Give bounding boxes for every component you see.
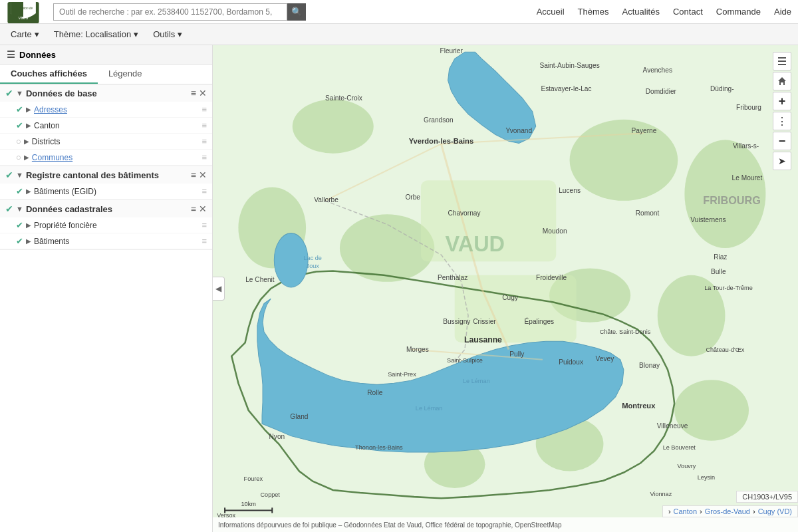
item-chevron-communes[interactable]: ▶ bbox=[24, 154, 29, 161]
item-drag-propriete[interactable]: ≡ bbox=[201, 220, 207, 230]
outils-label: Outils bbox=[153, 29, 175, 39]
item-check-adresses[interactable]: ✔ bbox=[16, 104, 23, 114]
item-chevron-batiments-egid[interactable]: ▶ bbox=[26, 188, 31, 195]
map-btn-location[interactable]: ➤ bbox=[773, 152, 791, 170]
layer-item-propriete: ✔ ▶ Propriété foncière ≡ bbox=[0, 217, 212, 233]
layer-item-communes: ○ ▶ Communes ≡ bbox=[0, 150, 212, 166]
svg-text:Vallorbe: Vallorbe bbox=[314, 196, 338, 203]
item-chevron-adresses[interactable]: ▶ bbox=[26, 106, 31, 113]
group-title-1: Données de base bbox=[26, 88, 188, 98]
svg-text:Yvonand: Yvonand bbox=[506, 127, 533, 134]
map-btn-layers[interactable] bbox=[773, 52, 791, 70]
group-chevron-1[interactable]: ▼ bbox=[16, 89, 23, 97]
svg-text:FRIBOURG: FRIBOURG bbox=[703, 194, 761, 206]
item-drag-districts[interactable]: ≡ bbox=[201, 136, 207, 146]
group-close-2[interactable]: ✕ bbox=[199, 170, 207, 180]
svg-text:Le Léman: Le Léman bbox=[463, 378, 490, 384]
svg-text:Joux: Joux bbox=[307, 263, 320, 270]
search-button[interactable]: 🔍 bbox=[287, 3, 306, 21]
item-check-batiments[interactable]: ✔ bbox=[16, 236, 23, 246]
breadcrumb-sep-2: › bbox=[700, 507, 702, 515]
top-navigation: vaud canton de 🔍 Accueil Thèmes Actualit… bbox=[0, 0, 798, 24]
item-label-canton[interactable]: Canton bbox=[34, 121, 199, 130]
group-check-icon-2[interactable]: ✔ bbox=[5, 170, 13, 180]
svg-text:Villeneuve: Villeneuve bbox=[657, 422, 688, 430]
item-label-batiments[interactable]: Bâtiments bbox=[34, 237, 199, 246]
outils-dropdown[interactable]: Outils ▾ bbox=[149, 28, 186, 41]
map-btn-zoom-out[interactable]: − bbox=[773, 132, 791, 150]
breadcrumb-cugy[interactable]: Cugy (VD) bbox=[758, 507, 792, 515]
item-drag-batiments-egid[interactable]: ≡ bbox=[201, 186, 207, 196]
theme-dropdown[interactable]: Thème: Localisation ▾ bbox=[50, 28, 142, 41]
breadcrumb-sep-1: › bbox=[668, 507, 671, 515]
tab-legende[interactable]: Légende bbox=[98, 65, 153, 84]
group-drag-2[interactable]: ≡ bbox=[191, 170, 196, 180]
group-drag-3[interactable]: ≡ bbox=[191, 203, 196, 214]
nav-commande[interactable]: Commande bbox=[716, 7, 761, 17]
item-chevron-districts[interactable]: ▶ bbox=[24, 138, 29, 145]
item-check-communes[interactable]: ○ bbox=[16, 152, 21, 162]
item-check-batiments-egid[interactable]: ✔ bbox=[16, 186, 23, 196]
svg-text:Leysin: Leysin bbox=[698, 474, 715, 481]
svg-point-8 bbox=[570, 120, 678, 201]
item-chevron-propriete[interactable]: ▶ bbox=[26, 221, 31, 229]
carte-dropdown[interactable]: Carte ▾ bbox=[7, 28, 43, 41]
group-chevron-3[interactable]: ▼ bbox=[16, 205, 23, 213]
svg-text:Morges: Morges bbox=[406, 346, 429, 353]
item-drag-adresses[interactable]: ≡ bbox=[201, 104, 207, 114]
group-chevron-2[interactable]: ▼ bbox=[16, 171, 23, 179]
item-drag-canton[interactable]: ≡ bbox=[201, 120, 207, 130]
collapse-sidebar-button[interactable]: ◀ bbox=[213, 277, 225, 301]
item-label-adresses[interactable]: Adresses bbox=[34, 105, 199, 114]
svg-text:Épalinges: Épalinges bbox=[525, 317, 555, 325]
group-drag-1[interactable]: ≡ bbox=[191, 88, 196, 98]
map-attribution: Informations dépourvues de foi publique … bbox=[213, 517, 798, 532]
item-check-districts[interactable]: ○ bbox=[16, 136, 21, 146]
group-close-1[interactable]: ✕ bbox=[199, 88, 207, 98]
group-check-icon-3[interactable]: ✔ bbox=[5, 203, 13, 214]
nav-themes[interactable]: Thèmes bbox=[578, 7, 609, 17]
breadcrumb-canton[interactable]: Canton bbox=[674, 507, 697, 515]
item-label-propriete[interactable]: Propriété foncière bbox=[34, 221, 199, 230]
svg-text:Vionnaz: Vionnaz bbox=[650, 491, 672, 497]
logo[interactable]: vaud canton de bbox=[7, 1, 43, 23]
item-check-propriete[interactable]: ✔ bbox=[16, 220, 23, 230]
carte-label: Carte bbox=[11, 29, 32, 39]
group-check-icon-1[interactable]: ✔ bbox=[5, 88, 13, 98]
map-breadcrumb: › Canton › Gros-de-Vaud › Cugy (VD) bbox=[662, 505, 798, 517]
item-label-communes[interactable]: Communes bbox=[32, 153, 200, 162]
svg-text:Domdidier: Domdidier bbox=[646, 88, 677, 95]
svg-text:Sainte-Croix: Sainte-Croix bbox=[325, 94, 362, 102]
item-drag-communes[interactable]: ≡ bbox=[201, 152, 207, 162]
main-layout: ☰ Données Couches affichées Légende ✔ ▼ … bbox=[0, 45, 798, 532]
map-btn-zoom-in[interactable]: + bbox=[773, 92, 791, 110]
item-drag-batiments[interactable]: ≡ bbox=[201, 236, 207, 246]
svg-text:Saint-Aubin-Sauges: Saint-Aubin-Sauges bbox=[539, 62, 599, 69]
nav-accueil[interactable]: Accueil bbox=[537, 7, 565, 17]
outils-chevron: ▾ bbox=[178, 29, 182, 39]
item-label-batiments-egid[interactable]: Bâtiments (EGID) bbox=[34, 187, 199, 196]
item-chevron-batiments[interactable]: ▶ bbox=[26, 237, 31, 245]
map-area[interactable]: VAUD FRIBOURG Fleurier Saint-Aubin-Sauge… bbox=[213, 45, 798, 532]
layer-group-donnees-de-base: ✔ ▼ Données de base ≡ ✕ ✔ ▶ Adresses ≡ ✔… bbox=[0, 84, 212, 166]
group-title-3: Données cadastrales bbox=[26, 204, 188, 214]
breadcrumb-gros-de-vaud[interactable]: Gros-de-Vaud bbox=[705, 507, 750, 515]
nav-actualites[interactable]: Actualités bbox=[622, 7, 660, 17]
nav-aide[interactable]: Aide bbox=[774, 7, 791, 17]
group-close-3[interactable]: ✕ bbox=[199, 203, 207, 214]
item-label-districts[interactable]: Districts bbox=[32, 137, 200, 146]
svg-text:Blonay: Blonay bbox=[639, 362, 660, 369]
item-chevron-canton[interactable]: ▶ bbox=[26, 122, 31, 129]
svg-text:Chavornay: Chavornay bbox=[448, 209, 481, 217]
svg-text:Vevey: Vevey bbox=[596, 355, 615, 362]
item-check-canton[interactable]: ✔ bbox=[16, 120, 23, 130]
svg-text:Düding-: Düding- bbox=[710, 85, 734, 92]
nav-contact[interactable]: Contact bbox=[673, 7, 703, 17]
svg-text:Lausanne: Lausanne bbox=[464, 335, 502, 344]
map-btn-options[interactable]: ⋮ bbox=[773, 112, 791, 130]
map-btn-home[interactable] bbox=[773, 72, 791, 90]
search-input[interactable] bbox=[53, 3, 287, 21]
attribution-text: Informations dépourvues de foi publique … bbox=[218, 521, 562, 529]
tab-couches-affichees[interactable]: Couches affichées bbox=[0, 65, 98, 84]
svg-text:Fleurier: Fleurier bbox=[440, 47, 463, 55]
